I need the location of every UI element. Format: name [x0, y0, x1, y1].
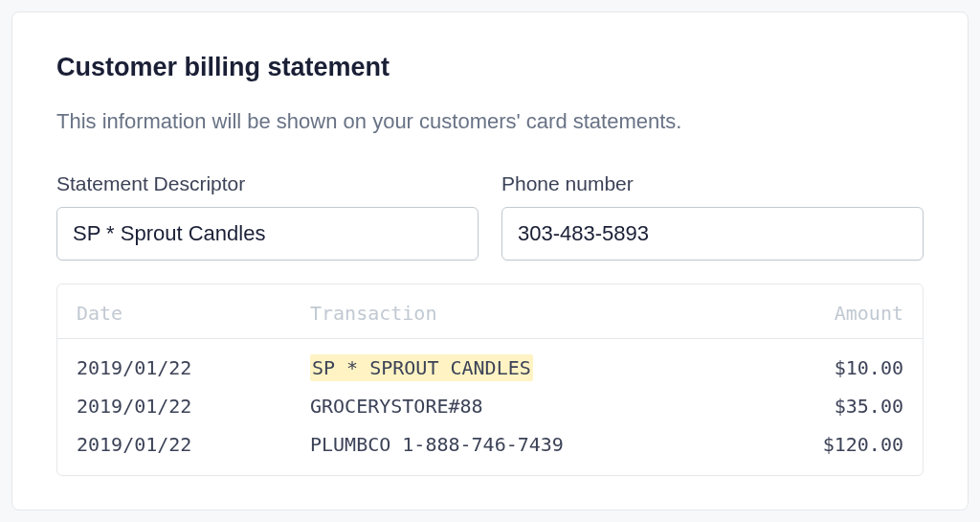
- header-amount: Amount: [769, 302, 903, 325]
- header-date: Date: [77, 302, 310, 325]
- phone-group: Phone number: [501, 172, 924, 261]
- header-transaction: Transaction: [310, 302, 769, 325]
- descriptor-input[interactable]: [56, 207, 479, 261]
- statement-table: Date Transaction Amount 2019/01/22SP * S…: [56, 284, 924, 476]
- phone-label: Phone number: [501, 172, 924, 195]
- form-row: Statement Descriptor Phone number: [56, 172, 924, 261]
- cell-date: 2019/01/22: [77, 356, 310, 379]
- cell-amount: $35.00: [769, 395, 903, 418]
- descriptor-label: Statement Descriptor: [56, 172, 479, 195]
- cell-amount: $120.00: [769, 433, 903, 456]
- cell-transaction: GROCERYSTORE#88: [310, 395, 769, 418]
- cell-transaction: SP * SPROUT CANDLES: [310, 356, 769, 379]
- table-row: 2019/01/22SP * SPROUT CANDLES$10.00: [57, 349, 923, 387]
- cell-date: 2019/01/22: [77, 433, 310, 456]
- card-description: This information will be shown on your c…: [56, 109, 924, 134]
- table-row: 2019/01/22PLUMBCO 1-888-746-7439$120.00: [57, 425, 923, 464]
- cell-transaction: PLUMBCO 1-888-746-7439: [310, 433, 769, 456]
- cell-date: 2019/01/22: [77, 395, 310, 418]
- statement-body: 2019/01/22SP * SPROUT CANDLES$10.002019/…: [57, 339, 923, 475]
- table-row: 2019/01/22GROCERYSTORE#88$35.00: [57, 387, 923, 425]
- phone-input[interactable]: [501, 207, 924, 261]
- statement-header-row: Date Transaction Amount: [57, 284, 923, 339]
- highlighted-descriptor: SP * SPROUT CANDLES: [310, 354, 533, 381]
- card-title: Customer billing statement: [56, 53, 924, 82]
- billing-statement-card: Customer billing statement This informat…: [11, 11, 969, 511]
- cell-amount: $10.00: [769, 356, 903, 379]
- descriptor-group: Statement Descriptor: [56, 172, 479, 261]
